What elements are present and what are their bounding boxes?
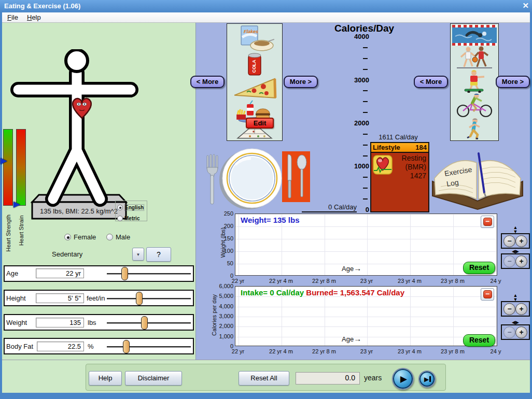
calorie-vertical-zoom: − + — [501, 301, 530, 317]
pizza-slice-icon[interactable] — [232, 77, 277, 101]
male-radio[interactable] — [106, 234, 113, 240]
weight-slider-thumb[interactable] — [141, 316, 148, 330]
zoom-in-button[interactable]: + — [515, 255, 527, 267]
bodyfat-slider-track[interactable] — [107, 346, 191, 348]
age-slider-row: Age 22 yr — [4, 265, 194, 282]
minus-icon: − — [483, 218, 492, 226]
zoom-in-button[interactable]: + — [515, 303, 527, 315]
lifestyle-bar-segment[interactable]: Lifestyle184 — [370, 142, 429, 153]
english-label: English — [124, 204, 144, 211]
bodyfat-slider-thumb[interactable] — [123, 340, 130, 353]
meter-tick-0: 0 — [338, 206, 369, 213]
cycling-icon[interactable] — [452, 93, 497, 118]
menu-bar: File Help — [2, 12, 530, 23]
zoom-out-button[interactable]: − — [503, 303, 515, 315]
weight-age-label: Age→ — [342, 264, 361, 273]
units-english-option[interactable]: English — [117, 202, 145, 211]
w-ytick: 150 — [203, 235, 233, 241]
calorie-horizontal-zoom: − + — [501, 324, 530, 340]
step-icon: ▶ — [424, 376, 429, 383]
english-radio[interactable] — [117, 205, 123, 210]
menu-file[interactable]: File — [5, 13, 20, 22]
zoom-out-button[interactable]: − — [503, 326, 515, 338]
height-slider-track[interactable] — [107, 298, 191, 300]
meter-tick-3000: 3000 — [338, 76, 369, 84]
meter-tick-1000: 1000 — [338, 162, 369, 170]
age-slider-track[interactable] — [107, 273, 191, 275]
age-slider-thumb[interactable] — [121, 267, 128, 280]
gender-female-option[interactable]: Female — [64, 232, 96, 241]
step-button[interactable]: ▶ — [418, 370, 436, 388]
activity-help-button[interactable]: ? — [146, 247, 171, 262]
weight-slider-track[interactable] — [107, 322, 191, 324]
running-icon[interactable] — [459, 118, 490, 139]
c-ytick: 2,000 — [203, 323, 233, 329]
w-ytick: 250 — [203, 210, 233, 217]
c-xtick: 22 yr — [219, 348, 257, 354]
plate-icon[interactable] — [216, 148, 285, 211]
calorie-chart-reset-button[interactable]: Reset — [463, 334, 495, 347]
bodyfat-slider-row: Body Fat 22.5 % — [4, 338, 194, 354]
c-ytick: 4,000 — [203, 303, 233, 309]
female-radio[interactable] — [64, 234, 71, 240]
sim-time-field[interactable]: 0.0 — [296, 372, 360, 384]
units-box: English Metric — [115, 201, 147, 221]
skateboarding-icon[interactable] — [456, 70, 493, 93]
heart-strength-pointer-icon — [1, 158, 7, 164]
human-figure[interactable]: 135 lbs, BMI: 22.5 kg/m^2 — [10, 49, 166, 220]
arrow-right-icon: → — [354, 264, 361, 273]
zoom-in-button[interactable]: + — [515, 235, 527, 247]
w-ytick: 200 — [203, 223, 233, 229]
swimming-icon[interactable] — [452, 25, 497, 46]
height-unit: feet/in — [87, 294, 105, 302]
calorie-chart-plot[interactable]: Intake= 0 Cal/day Burned= 1,563.547 Cal/… — [235, 286, 497, 346]
weight-field[interactable]: 135 — [36, 318, 84, 327]
food-more-right-button[interactable]: More > — [284, 76, 318, 88]
reset-all-button[interactable]: Reset All — [239, 371, 289, 386]
c-xtick: 23 yr 4 m — [391, 348, 428, 354]
age-field[interactable]: 22 yr — [36, 268, 84, 278]
disclaimer-button[interactable]: Disclaimer — [125, 371, 182, 386]
exercise-log-book[interactable]: Exercise Log — [428, 146, 527, 212]
menu-help[interactable]: Help — [25, 13, 43, 22]
food-more-left-button[interactable]: < More — [190, 76, 225, 88]
edit-diet-button[interactable]: Edit — [246, 118, 274, 129]
exercise-more-right-button[interactable]: More > — [496, 76, 530, 88]
weight-chart-reset-button[interactable]: Reset — [463, 262, 495, 274]
w-xtick: 23 yr 4 m — [391, 278, 428, 284]
exercise-more-left-button[interactable]: < More — [414, 76, 448, 88]
c-ytick: 1,000 — [203, 333, 233, 339]
vertical-zoom-icon: ▲▼ — [512, 225, 519, 234]
chevron-down-icon: ▼ — [136, 252, 141, 257]
height-slider-row: Height 5' 5" feet/in — [4, 290, 194, 306]
weight-chart-minimize-button[interactable]: − — [481, 216, 494, 228]
close-icon[interactable]: ✕ — [522, 1, 529, 10]
basketball-icon[interactable] — [454, 46, 495, 69]
weight-chart-plot[interactable]: Weight= 135 lbs Age→ — [235, 213, 497, 276]
help-button[interactable]: Help — [89, 371, 122, 386]
bodyfat-label: Body Fat — [6, 343, 33, 350]
cola-can-icon[interactable]: COLA — [244, 52, 265, 77]
units-metric-option[interactable]: Metric — [117, 213, 145, 222]
height-field[interactable]: 5' 5" — [36, 293, 84, 303]
calorie-age-label: Age→ — [342, 334, 361, 343]
height-slider-thumb[interactable] — [136, 292, 143, 305]
zoom-out-button[interactable]: − — [503, 255, 515, 267]
cereal-icon[interactable]: Flakes — [234, 25, 275, 52]
bodyfat-field[interactable]: 22.5 — [37, 341, 84, 351]
zoom-out-button[interactable]: − — [503, 235, 515, 247]
play-icon: ▶ — [400, 374, 407, 384]
activity-dropdown-button[interactable]: ▼ — [132, 248, 144, 261]
gender-male-option[interactable]: Male — [106, 232, 130, 241]
calorie-chart-minimize-button[interactable]: − — [481, 288, 494, 301]
vertical-zoom-icon: ▲▼ — [512, 293, 519, 302]
weight-chart-title: Weight= 135 lbs — [241, 216, 300, 224]
c-xtick: 22 yr 8 m — [305, 348, 343, 354]
svg-text:COLA: COLA — [251, 59, 257, 73]
app-window: Eating & Exercise (1.06) ✕ File Help Hea… — [0, 0, 532, 399]
play-button[interactable]: ▶ — [392, 368, 414, 390]
metric-radio[interactable] — [117, 216, 123, 221]
zoom-in-button[interactable]: + — [515, 326, 527, 338]
age-label: Age — [6, 269, 18, 277]
title-bar[interactable]: Eating & Exercise (1.06) — [0, 0, 532, 12]
